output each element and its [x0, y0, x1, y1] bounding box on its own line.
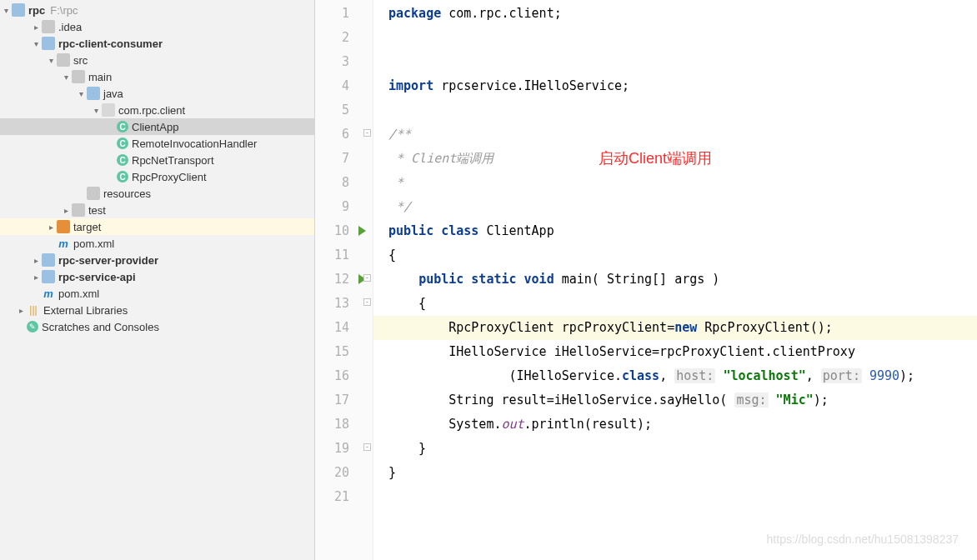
chevron-down-icon: ▾ — [45, 56, 57, 65]
gutter-line[interactable]: 12- — [315, 268, 373, 292]
gutter-line[interactable]: 2 — [315, 26, 373, 50]
tree-item-label: test — [88, 204, 106, 217]
code-line[interactable]: String result=iHelloService.sayHello( ms… — [373, 388, 977, 412]
code-line[interactable]: IHelloService iHelloService=rpcProxyClie… — [373, 340, 977, 364]
root-path: F:\rpc — [50, 4, 78, 17]
tree-item-pkg[interactable]: ▾com.rpc.client — [0, 102, 314, 118]
tree-item-client-consumer[interactable]: ▾rpc-client-consumer — [0, 35, 314, 52]
gutter-line[interactable]: 5 — [315, 98, 373, 122]
chevron-right-icon: ▸ — [30, 22, 42, 32]
gutter-line[interactable]: 21 — [315, 485, 373, 509]
tree-item-idea[interactable]: ▸.idea — [0, 18, 314, 35]
chevron-right-icon: ▸ — [15, 306, 27, 315]
folder-icon — [72, 203, 85, 217]
code-editor[interactable]: 123456-789101112-13-141516171819-2021 启动… — [315, 0, 977, 560]
gutter-line[interactable]: 10 — [315, 219, 373, 243]
gutter-line[interactable]: 19- — [315, 437, 373, 461]
tree-item-rpcnet[interactable]: CRpcNetTransport — [0, 152, 314, 168]
gutter-line[interactable]: 14 — [315, 316, 373, 340]
tree-item-service-api[interactable]: ▸rpc-service-api — [0, 268, 314, 285]
tree-item-java[interactable]: ▾java — [0, 85, 314, 102]
tree-item-label: target — [73, 221, 101, 233]
tree-item-label: com.rpc.client — [118, 104, 185, 117]
code-line[interactable]: System.out.println(result); — [373, 412, 977, 437]
tree-item-label: main — [88, 71, 112, 83]
code-line[interactable]: import rpcservice.IHelloService; — [373, 74, 977, 98]
tree-item-label: RemoteInvocationHandler — [132, 138, 257, 150]
code-line[interactable]: } — [373, 437, 977, 461]
tree-item-pom1[interactable]: mpom.xml — [0, 235, 314, 252]
tree-item-label: rpc-client-consumer — [58, 38, 163, 50]
tree-item-scratch[interactable]: ✎Scratches and Consoles — [0, 318, 314, 335]
tree-item-resources[interactable]: resources — [0, 185, 314, 202]
gutter-line[interactable]: 17 — [315, 388, 373, 412]
gutter-line[interactable]: 9 — [315, 195, 373, 219]
tree-item-remoteinv[interactable]: CRemoteInvocationHandler — [0, 135, 314, 152]
code-line[interactable]: */ — [373, 195, 977, 219]
code-line[interactable]: RpcProxyClient rpcProxyClient=new RpcPro… — [373, 316, 977, 340]
class-icon: C — [117, 154, 128, 166]
tree-item-server-provider[interactable]: ▸rpc-server-provider — [0, 252, 314, 268]
tree-root[interactable]: ▾ rpc F:\rpc — [0, 2, 314, 18]
editor-code-area[interactable]: 启动Client端调用 https://blog.csdn.net/hu1508… — [373, 0, 977, 560]
code-line[interactable]: { — [373, 243, 977, 268]
chevron-right-icon: ▸ — [30, 272, 42, 282]
gutter-line[interactable]: 11 — [315, 243, 373, 268]
fold-icon[interactable]: - — [363, 298, 371, 306]
class-icon: C — [117, 138, 128, 149]
fold-icon[interactable]: - — [363, 274, 371, 282]
folder-icon — [42, 20, 55, 33]
code-line[interactable] — [373, 485, 977, 509]
tree-item-clientapp[interactable]: CClientApp — [0, 118, 314, 135]
tree-item-pom2[interactable]: mpom.xml — [0, 285, 314, 302]
code-line[interactable]: public class ClientApp — [373, 219, 977, 243]
gutter-line[interactable]: 13- — [315, 292, 373, 316]
gutter-line[interactable]: 4 — [315, 74, 373, 98]
tree-item-label: Scratches and Consoles — [42, 321, 159, 333]
tree-item-target[interactable]: ▸target — [0, 218, 314, 235]
tree-item-label: java — [103, 88, 123, 100]
library-icon: ||| — [27, 303, 40, 317]
code-line[interactable]: } — [373, 461, 977, 485]
folder-icon — [57, 53, 70, 67]
code-line[interactable]: package com.rpc.client; — [373, 2, 977, 26]
gutter-line[interactable]: 1 — [315, 2, 373, 26]
class-icon: C — [117, 121, 128, 132]
gutter-line[interactable]: 18 — [315, 412, 373, 437]
chevron-down-icon: ▾ — [30, 39, 42, 48]
code-line[interactable]: * — [373, 171, 977, 195]
tree-item-label: resources — [103, 188, 151, 200]
scratch-icon: ✎ — [27, 321, 38, 332]
tree-item-src[interactable]: ▾src — [0, 52, 314, 68]
code-line[interactable] — [373, 98, 977, 122]
fold-icon[interactable]: - — [363, 443, 371, 451]
gutter-line[interactable]: 3 — [315, 50, 373, 74]
chevron-right-icon: ▸ — [30, 256, 42, 265]
code-line[interactable] — [373, 50, 977, 74]
project-tree[interactable]: ▾ rpc F:\rpc ▸.idea▾rpc-client-consumer▾… — [0, 0, 315, 560]
gutter-line[interactable]: 15 — [315, 340, 373, 364]
maven-icon: m — [57, 237, 70, 250]
watermark-text: https://blog.csdn.net/hu15081398237 — [767, 528, 959, 552]
code-line[interactable]: public static void main( String[] args ) — [373, 268, 977, 292]
gutter-line[interactable]: 8 — [315, 171, 373, 195]
run-icon[interactable] — [358, 226, 366, 236]
gutter-line[interactable]: 6- — [315, 122, 373, 147]
code-line[interactable] — [373, 26, 977, 50]
editor-gutter[interactable]: 123456-789101112-13-141516171819-2021 — [315, 0, 373, 560]
fold-icon[interactable]: - — [363, 129, 371, 137]
code-line[interactable]: (IHelloService.class, host: "localhost",… — [373, 364, 977, 388]
tree-item-main[interactable]: ▾main — [0, 68, 314, 85]
tree-item-extlib[interactable]: ▸|||External Libraries — [0, 302, 314, 318]
gutter-line[interactable]: 7 — [315, 147, 373, 171]
gutter-line[interactable]: 16 — [315, 364, 373, 388]
code-line[interactable]: { — [373, 292, 977, 316]
chevron-down-icon: ▾ — [75, 89, 87, 98]
code-line[interactable]: /** — [373, 122, 977, 147]
gutter-line[interactable]: 20 — [315, 461, 373, 485]
tree-item-label: RpcNetTransport — [132, 154, 214, 167]
folder-icon — [42, 37, 55, 50]
folder-icon — [42, 270, 55, 283]
tree-item-rpcproxy[interactable]: CRpcProxyClient — [0, 168, 314, 185]
tree-item-test[interactable]: ▸test — [0, 202, 314, 218]
